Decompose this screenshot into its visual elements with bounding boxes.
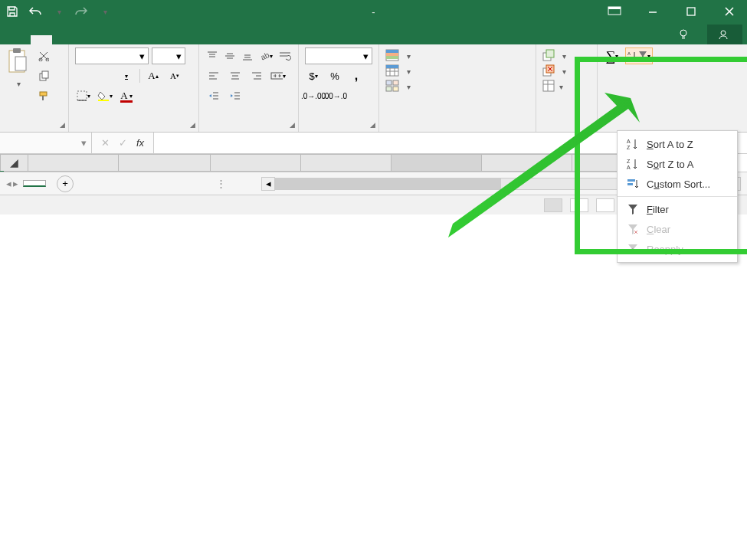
svg-rect-1 (608, 7, 621, 9)
svg-rect-74 (627, 183, 633, 185)
sort-filter-menu: AZ Sort A to Z ZA Sort Z to A Custom Sor… (617, 130, 738, 263)
enter-formula-icon[interactable]: ✓ (119, 137, 127, 149)
title-bar: - (0, 0, 747, 23)
underline-button[interactable]: ▾ (118, 67, 135, 84)
format-painter-icon[interactable] (35, 87, 52, 104)
number-format-combo[interactable]: ▾ (305, 47, 372, 64)
cut-icon[interactable] (35, 47, 52, 64)
autosum-icon[interactable]: ∑▾ (604, 47, 621, 64)
decrease-font-icon[interactable]: A▾ (166, 67, 183, 84)
sheet-nav-prev-icon[interactable]: ◂ (6, 178, 11, 189)
align-middle-icon[interactable] (223, 47, 236, 64)
filter-funnel-icon (638, 51, 647, 61)
decrease-decimal-icon[interactable]: .00→.0 (326, 87, 343, 104)
paste-button[interactable] (6, 47, 29, 89)
align-bottom-icon[interactable] (241, 47, 254, 64)
save-icon[interactable] (5, 4, 20, 19)
svg-rect-3 (687, 8, 695, 15)
view-page-layout-icon[interactable] (570, 198, 588, 212)
qat-customize-icon[interactable] (97, 4, 112, 19)
format-as-table-button[interactable] (385, 63, 529, 78)
sheet-tab[interactable] (23, 180, 46, 187)
col-header[interactable] (482, 155, 572, 172)
redo-icon[interactable] (74, 4, 89, 19)
copy-icon[interactable] (35, 67, 52, 84)
sheet-nav-next-icon[interactable]: ▸ (13, 178, 18, 189)
select-all-corner[interactable]: ◢ (1, 155, 28, 172)
delete-cells-button[interactable] (542, 63, 591, 78)
svg-text:ab: ab (259, 51, 270, 61)
tab-data[interactable] (135, 35, 156, 44)
share-button[interactable] (707, 25, 742, 44)
increase-font-icon[interactable]: A▴ (145, 67, 162, 84)
cancel-formula-icon[interactable]: ✕ (101, 137, 110, 149)
insert-cells-icon (542, 49, 555, 61)
tab-page-layout[interactable] (83, 35, 104, 44)
clear-filter-icon (627, 223, 639, 235)
new-sheet-button[interactable]: + (57, 175, 74, 192)
share-person-icon (718, 29, 729, 40)
borders-icon[interactable]: ▾ (75, 87, 92, 104)
sort-filter-button[interactable]: AZ ▾ (625, 47, 653, 64)
tab-insert[interactable] (57, 35, 78, 44)
svg-text:A: A (627, 139, 631, 144)
view-page-break-icon[interactable] (596, 198, 614, 212)
tab-view[interactable] (187, 35, 208, 44)
undo-icon[interactable] (28, 4, 43, 19)
minimize-icon[interactable] (640, 1, 666, 22)
tab-foxit-pdf[interactable] (213, 35, 234, 44)
font-name-combo[interactable]: ▾ (75, 47, 149, 64)
comma-format-icon[interactable]: , (348, 67, 365, 84)
col-header[interactable] (119, 155, 211, 172)
reapply-filter-icon (627, 243, 639, 255)
svg-rect-47 (386, 50, 398, 53)
align-center-icon[interactable] (227, 67, 244, 84)
align-left-icon[interactable] (205, 67, 222, 84)
filter-icon (627, 203, 639, 215)
svg-rect-15 (40, 92, 47, 96)
fill-color-icon[interactable]: ▾ (97, 87, 113, 104)
name-box[interactable]: ▾ (0, 133, 92, 153)
tell-me[interactable] (667, 25, 703, 44)
menu-sort-za[interactable]: ZA Sort Z to A (618, 154, 737, 174)
col-header[interactable] (211, 155, 301, 172)
percent-format-icon[interactable]: % (326, 67, 343, 84)
format-cells-button[interactable] (542, 78, 591, 93)
menu-filter[interactable]: Filter (618, 199, 737, 219)
conditional-formatting-button[interactable] (385, 47, 529, 63)
tab-home[interactable] (31, 35, 52, 44)
hscroll-thumb[interactable] (276, 178, 501, 189)
merge-center-icon[interactable]: ▾ (270, 67, 287, 84)
increase-decimal-icon[interactable]: .0→.00 (305, 87, 322, 104)
fx-icon[interactable]: fx (136, 137, 144, 149)
col-header[interactable] (301, 155, 392, 172)
svg-rect-10 (15, 57, 26, 70)
menu-sort-az[interactable]: AZ Sort A to Z (618, 134, 737, 154)
wrap-text-icon[interactable] (278, 47, 292, 64)
undo-dropdown-icon[interactable] (51, 4, 66, 19)
tab-file[interactable] (5, 35, 26, 44)
maximize-icon[interactable] (678, 1, 704, 22)
align-top-icon[interactable] (205, 47, 218, 64)
align-right-icon[interactable] (248, 67, 265, 84)
tab-review[interactable] (161, 35, 182, 44)
menu-custom-sort[interactable]: Custom Sort... (618, 174, 737, 194)
font-size-combo[interactable]: ▾ (152, 47, 185, 64)
col-header[interactable] (28, 155, 119, 172)
increase-indent-icon[interactable] (227, 87, 244, 104)
decrease-indent-icon[interactable] (205, 87, 222, 104)
cell-styles-button[interactable] (385, 78, 529, 93)
ribbon-display-icon[interactable] (601, 1, 627, 22)
tab-formulas[interactable] (109, 35, 130, 44)
italic-button[interactable] (97, 67, 113, 84)
font-color-icon[interactable]: A▾ (118, 87, 135, 104)
col-header[interactable] (392, 155, 482, 172)
orientation-icon[interactable]: ab▾ (258, 47, 274, 64)
accounting-format-icon[interactable]: $▾ (305, 67, 322, 84)
close-icon[interactable] (716, 1, 742, 22)
insert-cells-button[interactable] (542, 47, 591, 63)
bold-button[interactable] (75, 67, 92, 84)
window-title: - (369, 6, 378, 18)
view-normal-icon[interactable] (544, 198, 562, 212)
hscroll-left-icon[interactable]: ◂ (261, 177, 275, 191)
